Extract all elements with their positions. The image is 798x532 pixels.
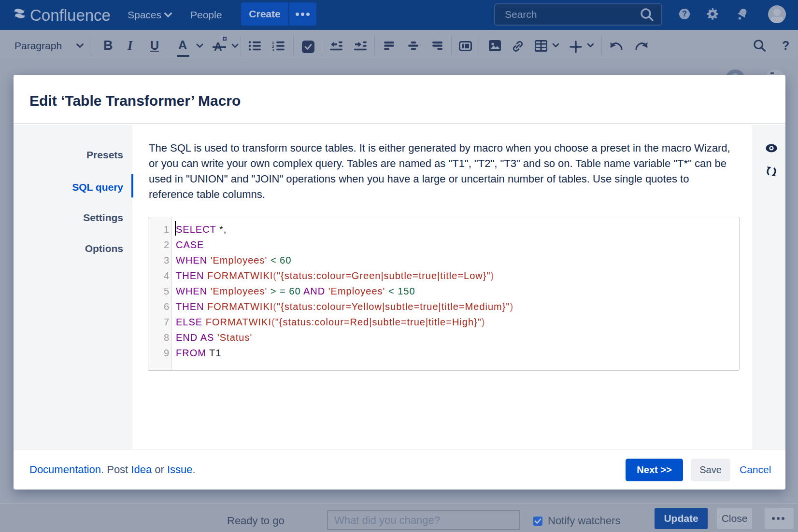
svg-text:3: 3 (272, 48, 274, 52)
